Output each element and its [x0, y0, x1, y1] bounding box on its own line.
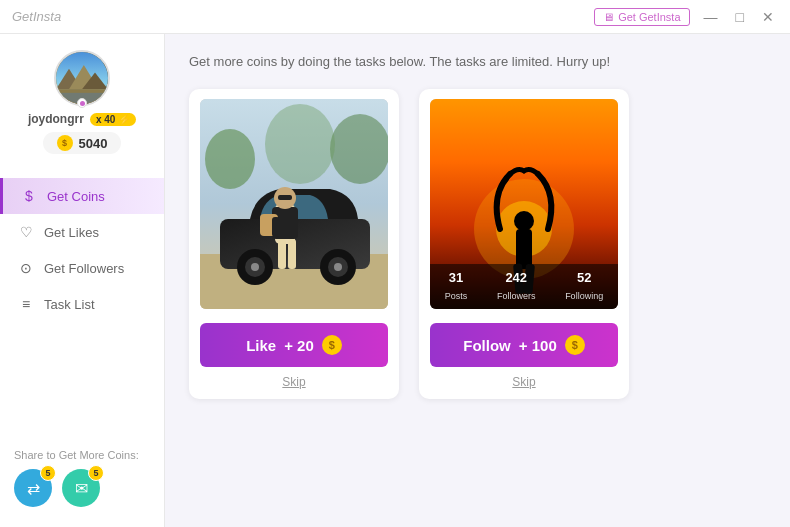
likes-nav-icon: ♡	[18, 224, 34, 240]
share-icon: ⇄	[27, 479, 40, 498]
follow-card-image: 31 Posts 242 Followers 52 Following	[430, 99, 618, 309]
minimize-button[interactable]: —	[700, 9, 722, 25]
followers-value: 242	[497, 270, 536, 285]
app-name: GetInsta	[12, 9, 61, 24]
sidebar-item-task-list-label: Task List	[44, 297, 95, 312]
content-area: Get more coins by doing the tasks below.…	[165, 34, 790, 527]
share-social-badge: 5	[40, 465, 56, 481]
like-button-label: Like	[246, 337, 276, 354]
share-section: Share to Get More Coins: ⇄ 5 ✉ 5	[0, 437, 164, 515]
posts-stat: 31 Posts	[445, 270, 468, 303]
sidebar-item-get-followers[interactable]: ⊙ Get Followers	[0, 250, 164, 286]
share-buttons: ⇄ 5 ✉ 5	[14, 469, 150, 507]
nav-items: $ Get Coins ♡ Get Likes ⊙ Get Followers …	[0, 178, 164, 322]
svg-rect-21	[278, 239, 286, 269]
svg-rect-24	[278, 195, 292, 200]
coins-nav-icon: $	[21, 188, 37, 204]
like-action-button[interactable]: Like + 20 $	[200, 323, 388, 367]
share-label: Share to Get More Coins:	[14, 449, 150, 461]
monitor-icon: 🖥	[603, 11, 614, 23]
title-bar-controls: 🖥 Get GetInsta — □ ✕	[594, 8, 778, 26]
share-mail-badge: 5	[88, 465, 104, 481]
get-getinsta-button[interactable]: 🖥 Get GetInsta	[594, 8, 689, 26]
follow-card-stats: 31 Posts 242 Followers 52 Following	[430, 264, 618, 309]
maximize-button[interactable]: □	[732, 9, 748, 25]
sidebar-item-get-likes[interactable]: ♡ Get Likes	[0, 214, 164, 250]
svg-point-31	[514, 211, 534, 231]
svg-point-9	[265, 104, 335, 184]
following-label: Following	[565, 291, 603, 301]
svg-point-18	[334, 263, 342, 271]
share-social-button[interactable]: ⇄ 5	[14, 469, 52, 507]
title-bar: GetInsta 🖥 Get GetInsta — □ ✕	[0, 0, 790, 34]
followers-nav-icon: ⊙	[18, 260, 34, 276]
page-message: Get more coins by doing the tasks below.…	[189, 54, 766, 69]
cards-row: Like + 20 $ Skip	[189, 89, 766, 399]
follow-task-card: 31 Posts 242 Followers 52 Following	[419, 89, 629, 399]
svg-point-8	[330, 114, 388, 184]
follow-coin-badge: $	[565, 335, 585, 355]
following-stat: 52 Following	[565, 270, 603, 303]
followers-stat: 242 Followers	[497, 270, 536, 303]
main-layout: joydongrr x 40 ⚡ $ 5040 $ Get Coins ♡ Ge…	[0, 34, 790, 527]
svg-rect-26	[272, 217, 280, 237]
sidebar-item-get-coins[interactable]: $ Get Coins	[0, 178, 164, 214]
username: joydongrr	[28, 112, 84, 126]
svg-point-15	[251, 263, 259, 271]
sidebar-item-task-list[interactable]: ≡ Task List	[0, 286, 164, 322]
coin-icon: $	[57, 135, 73, 151]
username-row: joydongrr x 40 ⚡	[28, 112, 136, 126]
follow-button-label: Follow	[463, 337, 511, 354]
follow-skip-button[interactable]: Skip	[512, 375, 535, 389]
avatar-wrapper	[54, 50, 110, 106]
sidebar-item-get-coins-label: Get Coins	[47, 189, 105, 204]
close-button[interactable]: ✕	[758, 9, 778, 25]
svg-rect-30	[516, 229, 532, 269]
like-skip-button[interactable]: Skip	[282, 375, 305, 389]
coins-display: $ 5040	[43, 132, 122, 154]
sidebar-item-get-likes-label: Get Likes	[44, 225, 99, 240]
like-task-card: Like + 20 $ Skip	[189, 89, 399, 399]
like-card-image	[200, 99, 388, 309]
following-value: 52	[565, 270, 603, 285]
follow-reward-text: + 100	[519, 337, 557, 354]
avatar-indicator	[77, 98, 87, 108]
follow-action-button[interactable]: Follow + 100 $	[430, 323, 618, 367]
followers-label: Followers	[497, 291, 536, 301]
tasklist-nav-icon: ≡	[18, 296, 34, 312]
coins-value: 5040	[79, 136, 108, 151]
posts-value: 31	[445, 270, 468, 285]
share-mail-button[interactable]: ✉ 5	[62, 469, 100, 507]
sidebar: joydongrr x 40 ⚡ $ 5040 $ Get Coins ♡ Ge…	[0, 34, 165, 527]
svg-point-7	[205, 129, 255, 189]
like-coin-badge: $	[322, 335, 342, 355]
multiplier-badge: x 40 ⚡	[90, 113, 136, 126]
posts-label: Posts	[445, 291, 468, 301]
like-reward-text: + 20	[284, 337, 314, 354]
sidebar-item-get-followers-label: Get Followers	[44, 261, 124, 276]
svg-rect-22	[288, 239, 296, 269]
profile-section: joydongrr x 40 ⚡ $ 5040	[0, 50, 164, 170]
mail-icon: ✉	[75, 479, 88, 498]
